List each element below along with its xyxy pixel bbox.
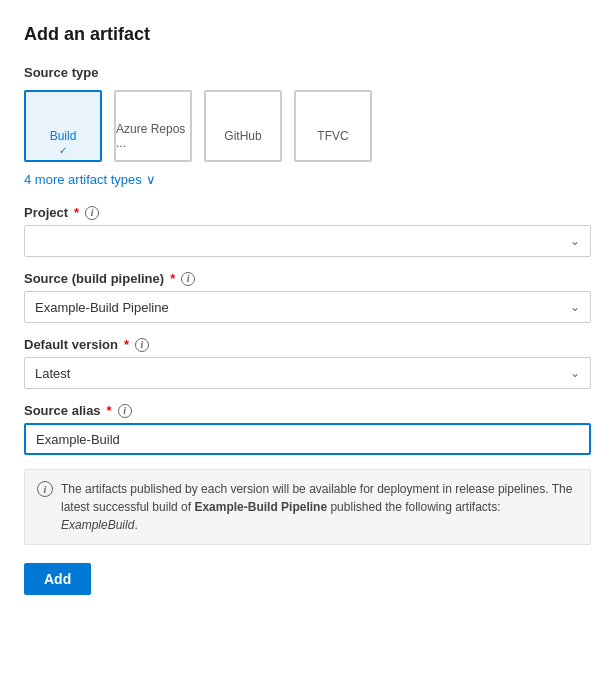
info-box: i The artifacts published by each versio… — [24, 469, 591, 545]
info-artifact-name: ExampleBuild — [61, 518, 134, 532]
info-box-text: The artifacts published by each version … — [61, 480, 578, 534]
source-type-row: ✓ Build Azure Repos ... GitHub — [24, 90, 591, 162]
info-text-3: . — [134, 518, 137, 532]
source-alias-label: Source alias * i — [24, 403, 591, 418]
source-pipeline-label: Source (build pipeline) * i — [24, 271, 591, 286]
default-version-chevron-icon: ⌄ — [570, 366, 580, 380]
required-star-version: * — [124, 337, 129, 352]
required-star-alias: * — [107, 403, 112, 418]
default-version-label: Default version * i — [24, 337, 591, 352]
project-chevron-icon: ⌄ — [570, 234, 580, 248]
source-pipeline-dropdown-value: Example-Build Pipeline — [35, 300, 570, 315]
project-field-group: Project * i ⌄ — [24, 205, 591, 257]
chevron-down-icon: ∨ — [146, 172, 156, 187]
info-text-2: published the following artifacts: — [327, 500, 500, 514]
default-version-dropdown[interactable]: Latest ⌄ — [24, 357, 591, 389]
source-pipeline-field-group: Source (build pipeline) * i Example-Buil… — [24, 271, 591, 323]
source-pipeline-chevron-icon: ⌄ — [570, 300, 580, 314]
selected-checkmark: ✓ — [59, 145, 67, 156]
build-card-label: Build — [50, 129, 77, 143]
required-star-source: * — [170, 271, 175, 286]
source-type-github[interactable]: GitHub — [204, 90, 282, 162]
source-type-azure-repos[interactable]: Azure Repos ... — [114, 90, 192, 162]
add-button[interactable]: Add — [24, 563, 91, 595]
source-type-tfvc[interactable]: TFVC — [294, 90, 372, 162]
source-alias-input[interactable] — [24, 423, 591, 455]
project-label: Project * i — [24, 205, 591, 220]
project-info-icon[interactable]: i — [85, 206, 99, 220]
azure-repos-card-label: Azure Repos ... — [116, 122, 190, 150]
required-star-project: * — [74, 205, 79, 220]
source-alias-field-group: Source alias * i — [24, 403, 591, 455]
more-artifact-types-link[interactable]: 4 more artifact types ∨ — [24, 172, 591, 187]
more-types-text: 4 more artifact types — [24, 172, 142, 187]
info-box-icon: i — [37, 481, 53, 497]
project-dropdown[interactable]: ⌄ — [24, 225, 591, 257]
source-type-label: Source type — [24, 65, 591, 80]
tfvc-card-label: TFVC — [317, 129, 348, 143]
source-alias-info-icon[interactable]: i — [118, 404, 132, 418]
source-type-build[interactable]: ✓ Build — [24, 90, 102, 162]
source-pipeline-dropdown[interactable]: Example-Build Pipeline ⌄ — [24, 291, 591, 323]
default-version-field-group: Default version * i Latest ⌄ — [24, 337, 591, 389]
github-card-label: GitHub — [224, 129, 261, 143]
source-pipeline-info-icon[interactable]: i — [181, 272, 195, 286]
default-version-dropdown-value: Latest — [35, 366, 570, 381]
default-version-info-icon[interactable]: i — [135, 338, 149, 352]
page-title: Add an artifact — [24, 24, 591, 45]
info-pipeline-name: Example-Build Pipeline — [194, 500, 327, 514]
